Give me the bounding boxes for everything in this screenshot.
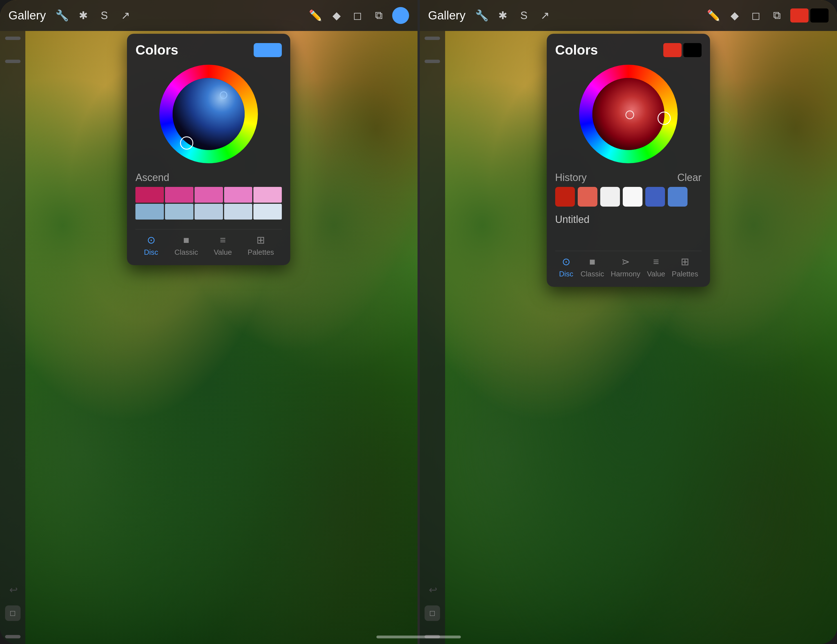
right-toolbar: Gallery 🔧 ✱ S ↗ ✏️ ◆ ◻ ⧉ [420,0,837,31]
color-wheel-left[interactable] [135,65,282,163]
untitled-label: Untitled [555,214,702,225]
history-swatch-5[interactable] [668,187,688,206]
right-panel-left-sidebar: □ [420,31,445,644]
history-swatch-1[interactable] [578,187,597,206]
square-btn-right[interactable]: □ [425,605,440,621]
eraser-icon-left[interactable]: ◆ [329,8,344,23]
tab-palettes-right[interactable]: ⊞ Palettes [672,255,698,279]
history-label: History [555,172,587,184]
left-toolbar: Gallery 🔧 ✱ S ↗ ✏️ ◆ ◻ ⧉ [0,0,417,31]
brush-size-slider-right[interactable] [425,37,440,40]
square-btn[interactable]: □ [5,605,21,621]
brush-icon-right[interactable]: ◻ [748,8,763,23]
tab-bar-right: ⊙ Disc ■ Classic ⋗ Harmony ≡ Value ⊞ Pal… [555,251,702,279]
eraser-icon-right[interactable]: ◆ [727,8,742,23]
tab-bar-left: ⊙ Disc ■ Classic ≡ Value ⊞ Palettes [135,229,282,257]
classic-icon-right: ■ [584,255,600,268]
cursor-icon-right[interactable]: ✱ [495,8,511,23]
harmony-icon-right: ⋗ [618,255,633,268]
harmony-grid-left [135,187,282,221]
active-color-swatch-left[interactable] [254,43,282,57]
history-swatch-4[interactable] [645,187,665,206]
brush-icon-left[interactable]: ◻ [350,8,366,23]
untitled-palette-area [555,228,702,251]
color-panel-right: Colors [547,34,710,287]
wrench-icon-right[interactable]: 🔧 [474,8,489,23]
tab-palettes-left[interactable]: ⊞ Palettes [248,234,274,257]
history-swatch-2[interactable] [600,187,620,206]
layers-icon-left[interactable]: ⧉ [371,8,387,23]
another-slider[interactable] [5,635,21,638]
active-color-right[interactable] [790,8,809,23]
panel-active-swatch-right[interactable] [663,43,681,57]
disc-icon-left: ⊙ [143,234,159,246]
arrow-icon-left[interactable]: ↗ [118,8,133,23]
panel-divider [417,0,420,644]
pencil-icon-right[interactable]: ✏️ [706,8,721,23]
history-swatch-0[interactable] [555,187,575,206]
history-swatch-3[interactable] [623,187,642,206]
color-panel-title-left: Colors [135,42,178,58]
color-wheel-right[interactable] [555,65,702,163]
smudge-icon-right[interactable]: S [516,8,532,23]
harmony-section-label: Ascend [135,172,282,184]
active-color-left[interactable] [392,7,409,24]
history-swatches [555,187,702,206]
value-icon-left: ≡ [215,234,231,246]
cursor-icon-left[interactable]: ✱ [75,8,91,23]
layers-icon-right[interactable]: ⧉ [769,8,784,23]
tab-value-right[interactable]: ≡ Value [647,255,665,279]
gallery-button-right[interactable]: Gallery [428,9,466,22]
panel-secondary-swatch-right[interactable] [683,43,702,57]
color-panel-header-right: Colors [555,42,702,58]
panel-swatches-right [663,43,702,57]
palettes-icon-right: ⊞ [677,255,693,268]
opacity-slider-right[interactable] [425,60,440,63]
classic-icon-left: ■ [179,234,194,246]
brush-size-slider[interactable] [5,37,21,40]
tab-harmony-right[interactable]: ⋗ Harmony [611,255,640,279]
smudge-icon-left[interactable]: S [97,8,112,23]
value-icon-right: ≡ [648,255,664,268]
palettes-icon-left: ⊞ [253,234,269,246]
color-panel-title-right: Colors [555,42,598,58]
left-panel: Gallery 🔧 ✱ S ↗ ✏️ ◆ ◻ ⧉ □ Colors [0,0,417,644]
gallery-button-left[interactable]: Gallery [8,9,46,22]
tab-value-left[interactable]: ≡ Value [214,234,232,257]
left-sidebar: □ [0,31,25,644]
arrow-icon-right[interactable]: ↗ [537,8,553,23]
home-indicator [376,636,461,638]
tab-classic-right[interactable]: ■ Classic [581,255,604,279]
right-panel: Gallery 🔧 ✱ S ↗ ✏️ ◆ ◻ ⧉ □ Colors [420,0,837,644]
wrench-icon-left[interactable]: 🔧 [54,8,70,23]
color-panel-left: Colors [127,34,290,265]
tab-classic-left[interactable]: ■ Classic [174,234,198,257]
tab-disc-right[interactable]: ⊙ Disc [558,255,574,279]
color-panel-header-left: Colors [135,42,282,58]
clear-button[interactable]: Clear [677,172,702,184]
history-row: History Clear [555,172,702,184]
secondary-color-right[interactable] [810,8,829,23]
tab-disc-left[interactable]: ⊙ Disc [143,234,159,257]
pencil-icon-left[interactable]: ✏️ [308,8,323,23]
opacity-slider[interactable] [5,60,21,63]
disc-icon-right: ⊙ [558,255,574,268]
color-swatches-right [790,8,829,23]
